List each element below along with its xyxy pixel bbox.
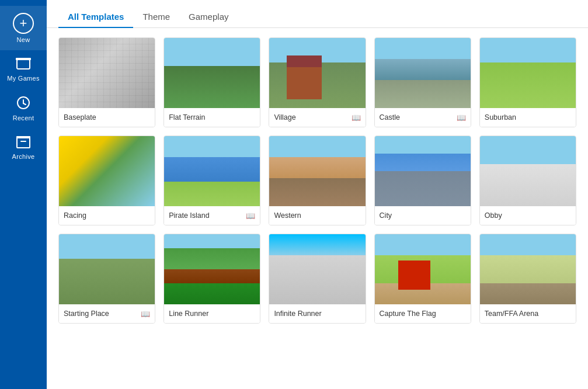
svg-rect-6 bbox=[16, 136, 30, 138]
template-thumb-obby bbox=[480, 136, 576, 206]
template-label-western: Western bbox=[274, 211, 301, 220]
svg-rect-1 bbox=[16, 58, 31, 60]
sidebar-item-new[interactable]: + New bbox=[0, 6, 47, 50]
template-card-starting-place[interactable]: Starting Place📖 bbox=[58, 234, 155, 324]
main-panel: All Templates Theme Gameplay BaseplateFl… bbox=[47, 0, 588, 389]
template-label-city: City bbox=[380, 211, 392, 220]
template-label-baseplate: Baseplate bbox=[64, 113, 96, 121]
template-card-village[interactable]: Village📖 bbox=[269, 37, 366, 127]
sidebar: + New My Games Recent bbox=[0, 0, 47, 389]
template-label-capture-the-flag: Capture The Flag bbox=[380, 310, 436, 318]
template-thumb-village bbox=[269, 38, 365, 108]
sidebar-item-recent-label: Recent bbox=[13, 114, 34, 121]
template-card-racing[interactable]: Racing bbox=[58, 136, 155, 225]
tab-theme[interactable]: Theme bbox=[133, 12, 179, 27]
template-label-team-ffa-arena: Team/FFA Arena bbox=[485, 310, 538, 318]
template-label-line-runner: Line Runner bbox=[169, 310, 208, 318]
svg-line-4 bbox=[23, 103, 26, 105]
recent-icon bbox=[16, 96, 30, 112]
template-thumb-castle bbox=[375, 38, 471, 108]
sidebar-item-recent[interactable]: Recent bbox=[0, 89, 47, 128]
template-label-pirate-island: Pirate Island bbox=[169, 211, 209, 220]
template-card-capture-the-flag[interactable]: Capture The Flag bbox=[374, 234, 471, 324]
template-thumb-flat-terrain bbox=[164, 38, 260, 108]
template-label-racing: Racing bbox=[64, 211, 86, 220]
book-icon-pirate-island: 📖 bbox=[246, 211, 255, 220]
tab-all-templates[interactable]: All Templates bbox=[58, 12, 133, 27]
book-icon-castle: 📖 bbox=[457, 113, 466, 122]
template-label-castle: Castle bbox=[380, 113, 400, 121]
book-icon-starting-place: 📖 bbox=[141, 310, 150, 318]
template-label-flat-terrain: Flat Terrain bbox=[169, 113, 205, 121]
template-thumb-infinite-runner bbox=[269, 234, 365, 304]
template-card-baseplate[interactable]: Baseplate bbox=[58, 37, 155, 127]
template-grid: BaseplateFlat TerrainVillage📖Castle📖Subu… bbox=[58, 37, 576, 324]
template-label-village: Village bbox=[274, 113, 295, 121]
template-grid-container: BaseplateFlat TerrainVillage📖Castle📖Subu… bbox=[47, 28, 588, 389]
sidebar-item-my-games-label: My Games bbox=[7, 75, 40, 82]
archive-icon bbox=[16, 136, 30, 151]
template-card-suburban[interactable]: Suburban bbox=[479, 37, 576, 127]
template-label-suburban: Suburban bbox=[485, 113, 516, 121]
tab-bar: All Templates Theme Gameplay bbox=[47, 0, 588, 28]
template-label-starting-place: Starting Place bbox=[64, 310, 109, 318]
template-thumb-pirate-island bbox=[164, 136, 260, 206]
template-card-infinite-runner[interactable]: Infinite Runner bbox=[269, 234, 366, 324]
template-card-western[interactable]: Western bbox=[269, 136, 366, 225]
my-games-icon bbox=[16, 57, 31, 72]
template-thumb-suburban bbox=[480, 38, 576, 108]
template-thumb-city bbox=[375, 136, 471, 206]
template-card-castle[interactable]: Castle📖 bbox=[374, 37, 471, 127]
sidebar-item-my-games[interactable]: My Games bbox=[0, 50, 47, 89]
template-card-city[interactable]: City bbox=[374, 136, 471, 225]
template-card-pirate-island[interactable]: Pirate Island📖 bbox=[163, 136, 260, 225]
template-card-line-runner[interactable]: Line Runner bbox=[163, 234, 260, 324]
template-thumb-starting-place bbox=[59, 234, 155, 304]
template-label-infinite-runner: Infinite Runner bbox=[274, 310, 321, 318]
new-icon: + bbox=[13, 13, 34, 34]
book-icon-village: 📖 bbox=[352, 113, 361, 122]
tab-gameplay[interactable]: Gameplay bbox=[179, 12, 238, 27]
template-thumb-baseplate bbox=[59, 38, 155, 108]
sidebar-item-archive[interactable]: Archive bbox=[0, 128, 47, 167]
template-thumb-line-runner bbox=[164, 234, 260, 304]
sidebar-item-archive-label: Archive bbox=[12, 153, 35, 160]
svg-rect-5 bbox=[17, 138, 30, 148]
template-thumb-racing bbox=[59, 136, 155, 206]
template-thumb-western bbox=[269, 136, 365, 206]
template-card-obby[interactable]: Obby bbox=[479, 136, 576, 225]
template-thumb-team-ffa-arena bbox=[480, 234, 576, 304]
sidebar-item-new-label: New bbox=[17, 36, 30, 43]
template-thumb-capture-the-flag bbox=[375, 234, 471, 304]
template-card-flat-terrain[interactable]: Flat Terrain bbox=[163, 37, 260, 127]
template-label-obby: Obby bbox=[485, 211, 502, 220]
template-card-team-ffa-arena[interactable]: Team/FFA Arena bbox=[479, 234, 576, 324]
svg-rect-0 bbox=[17, 60, 30, 69]
